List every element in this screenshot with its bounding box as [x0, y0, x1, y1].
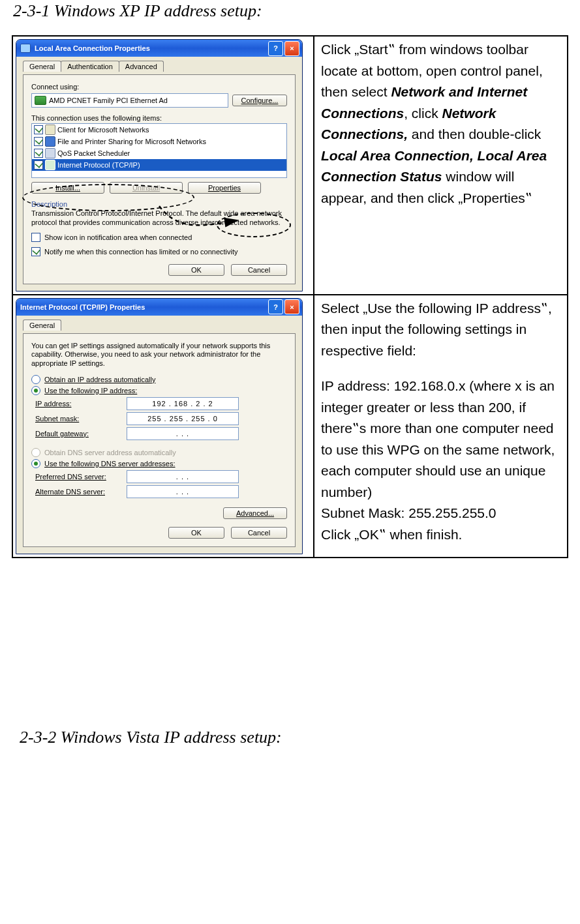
cancel-button[interactable]: Cancel: [231, 264, 287, 276]
list-item-tcpip[interactable]: Internet Protocol (TCP/IP): [32, 159, 286, 171]
list-item[interactable]: Client for Microsoft Networks: [32, 124, 286, 136]
ip-label: IP address:: [35, 400, 127, 408]
instruction-cell-1: Click „Start‟ from windows toolbar locat…: [314, 36, 568, 295]
subnet-input[interactable]: 255 . 255 . 255 . 0: [127, 412, 239, 425]
close-button[interactable]: ×: [284, 41, 299, 56]
adns-input[interactable]: . . .: [127, 485, 239, 498]
tab-advanced[interactable]: Advanced: [119, 61, 164, 72]
radio-use-dns[interactable]: [31, 459, 40, 468]
tab-general[interactable]: General: [23, 61, 61, 72]
ip-input[interactable]: 192 . 168 . 2 . 2: [127, 397, 239, 410]
adns-label: Alternate DNS server:: [35, 488, 127, 496]
checkbox-icon[interactable]: [34, 160, 43, 170]
adapter-name: AMD PCNET Family PCI Ethernet Ad: [49, 97, 168, 104]
install-button[interactable]: Install...: [31, 182, 104, 194]
section-heading-231: 2-3-1 Windows XP IP address setup:: [13, 1, 568, 21]
ok-button[interactable]: OK: [168, 264, 224, 276]
gateway-input[interactable]: . . .: [127, 427, 239, 440]
advanced-button[interactable]: Advanced...: [223, 507, 287, 519]
radio-use-ip[interactable]: [31, 386, 40, 395]
show-icon-checkbox[interactable]: [31, 233, 40, 242]
pdns-input[interactable]: . . .: [127, 470, 239, 483]
lacp-window: Local Area Connection Properties ? × Gen…: [16, 39, 303, 291]
section-heading-232: 2-3-2 Windows Vista IP address setup:: [20, 728, 568, 747]
tab-general[interactable]: General: [23, 320, 61, 331]
obtain-dns-label: Obtain DNS server address automatically: [44, 449, 176, 456]
tcpip-title: Internet Protocol (TCP/IP) Properties: [20, 303, 267, 311]
client-icon: [45, 125, 55, 135]
close-button[interactable]: ×: [284, 299, 299, 314]
checkbox-icon[interactable]: [34, 125, 43, 134]
lacp-title: Local Area Connection Properties: [35, 44, 267, 52]
tcpip-intro: You can get IP settings assigned automat…: [31, 342, 287, 368]
help-button[interactable]: ?: [268, 299, 283, 314]
description-text: Transmission Control Protocol/Internet P…: [31, 209, 287, 228]
show-icon-label: Show icon in notification area when conn…: [44, 233, 192, 241]
checkbox-icon[interactable]: [34, 137, 43, 146]
network-icon: [20, 44, 31, 53]
layout-table: Local Area Connection Properties ? × Gen…: [12, 35, 568, 558]
uninstall-button: Uninstall: [110, 182, 183, 194]
nic-icon: [35, 96, 46, 105]
tcpip-titlebar: Internet Protocol (TCP/IP) Properties ? …: [16, 299, 302, 316]
properties-button[interactable]: Properties: [188, 182, 261, 194]
description-heading: Description: [31, 200, 287, 208]
use-ip-label: Use the following IP address:: [44, 387, 137, 395]
list-item[interactable]: File and Printer Sharing for Microsoft N…: [32, 136, 286, 147]
pdns-label: Preferred DNS server:: [35, 473, 127, 481]
cancel-button[interactable]: Cancel: [231, 527, 287, 539]
connect-using-label: Connect using:: [31, 83, 287, 91]
tab-authentication[interactable]: Authentication: [61, 61, 119, 72]
notify-checkbox[interactable]: [31, 247, 40, 256]
lacp-titlebar: Local Area Connection Properties ? ×: [16, 40, 302, 57]
checkbox-icon[interactable]: [34, 149, 43, 158]
share-icon: [45, 136, 55, 147]
items-list[interactable]: Client for Microsoft Networks File and P…: [31, 123, 287, 178]
gateway-label: Default gateway:: [35, 430, 127, 438]
items-label: This connection uses the following items…: [31, 114, 287, 122]
subnet-label: Subnet mask:: [35, 415, 127, 423]
tcpip-window: Internet Protocol (TCP/IP) Properties ? …: [16, 298, 303, 554]
adapter-field[interactable]: AMD PCNET Family PCI Ethernet Ad: [31, 93, 228, 108]
help-button[interactable]: ?: [268, 41, 283, 56]
use-dns-label: Use the following DNS server addresses:: [44, 460, 176, 468]
obtain-ip-label: Obtain an IP address automatically: [44, 376, 155, 383]
configure-button[interactable]: Configure...: [232, 95, 287, 106]
radio-obtain-dns: [31, 448, 40, 457]
instruction-cell-2: Select „Use the following IP address‟, t…: [314, 295, 568, 558]
notify-label: Notify me when this connection has limit…: [44, 248, 238, 256]
radio-obtain-ip[interactable]: [31, 375, 40, 384]
ok-button[interactable]: OK: [168, 527, 224, 539]
protocol-icon: [45, 160, 55, 170]
list-item[interactable]: QoS Packet Scheduler: [32, 147, 286, 159]
qos-icon: [45, 148, 55, 158]
